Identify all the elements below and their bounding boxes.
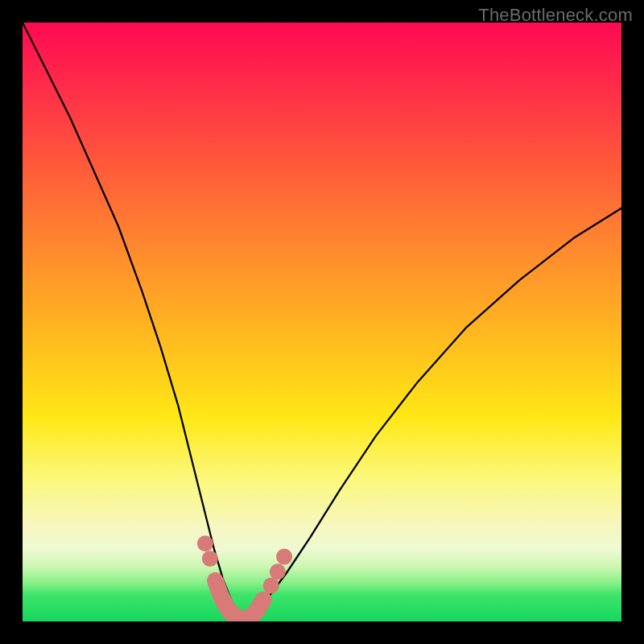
right-curve <box>244 208 621 620</box>
valley-marker <box>276 549 292 565</box>
valley-marker <box>202 551 218 567</box>
valley-marker <box>263 577 279 593</box>
valley-marker <box>197 535 213 551</box>
left-curve <box>23 23 244 620</box>
valley-marker <box>270 564 286 580</box>
outer-frame: TheBottleneck.com <box>0 0 644 644</box>
valley-dense-band <box>216 580 264 619</box>
plot-area <box>23 23 621 621</box>
curve-layer <box>23 23 621 621</box>
